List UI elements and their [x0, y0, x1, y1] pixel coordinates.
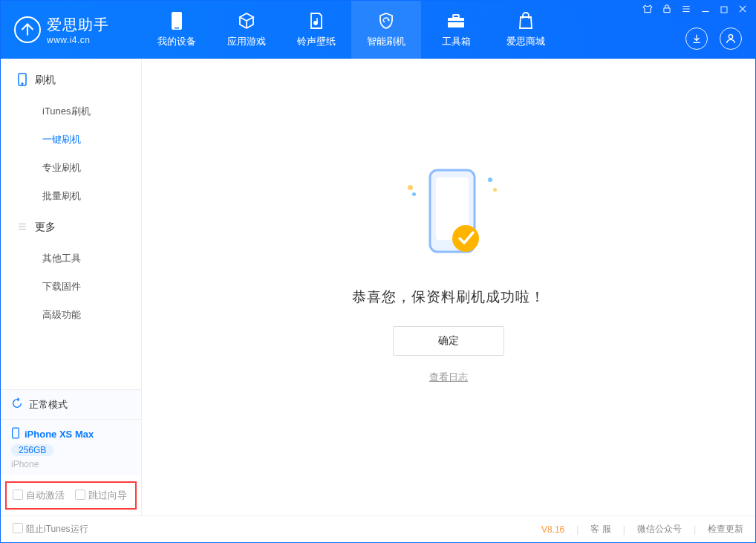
tab-smart-flash[interactable]: 智能刷机: [351, 1, 421, 59]
sidebar-item-pro-flash[interactable]: 专业刷机: [1, 154, 141, 182]
tab-label: 智能刷机: [367, 35, 405, 48]
app-name-cn: 爱思助手: [47, 15, 109, 35]
header: 爱思助手 www.i4.cn 我的设备 应用游戏 铃声壁: [1, 1, 755, 59]
bag-icon: [516, 11, 535, 30]
device-name: iPhone XS Max: [25, 429, 94, 440]
header-actions: [685, 27, 742, 50]
phone-icon: [167, 11, 186, 30]
tab-ringtones-wallpapers[interactable]: 铃声壁纸: [281, 1, 351, 59]
svg-rect-11: [13, 428, 19, 438]
tab-label: 我的设备: [157, 35, 196, 48]
checkbox-skip-guide[interactable]: 跳过向导: [75, 489, 127, 502]
svg-rect-4: [453, 15, 459, 18]
svg-rect-3: [448, 18, 464, 27]
checkbox-stop-itunes[interactable]: 阻止iTunes运行: [13, 523, 88, 536]
success-message: 恭喜您，保资料刷机成功啦！: [352, 287, 545, 307]
svg-rect-0: [172, 12, 182, 30]
logo-icon: [14, 16, 41, 43]
checkbox-auto-activate[interactable]: 自动激活: [13, 489, 65, 502]
highlighted-options: 自动激活 跳过向导: [5, 481, 137, 510]
tab-label: 铃声壁纸: [297, 35, 336, 48]
svg-point-2: [314, 22, 317, 25]
success-panel: 恭喜您，保资料刷机成功啦！ 确定 查看日志: [352, 163, 545, 384]
cube-icon: [237, 11, 256, 30]
sidebar-group-title: 更多: [35, 221, 56, 234]
tab-label: 爱思商城: [506, 35, 545, 48]
sidebar-item-label: 下载固件: [42, 280, 81, 293]
support-link[interactable]: 客 服: [590, 523, 610, 536]
window-controls: [642, 4, 748, 16]
sidebar: 刷机 iTunes刷机 一键刷机 专业刷机 批量刷机: [1, 59, 142, 516]
checkbox-icon: [13, 490, 23, 500]
mode-label: 正常模式: [29, 398, 68, 412]
sidebar-item-itunes-flash[interactable]: iTunes刷机: [1, 97, 141, 126]
download-button[interactable]: [685, 27, 708, 50]
view-log-link[interactable]: 查看日志: [429, 371, 468, 384]
sidebar-group-title: 刷机: [35, 74, 56, 87]
body: 刷机 iTunes刷机 一键刷机 专业刷机 批量刷机: [1, 59, 755, 516]
footer: 阻止iTunes运行 V8.16 | 客 服 | 微信公众号 | 检查更新: [1, 516, 755, 542]
sidebar-item-label: 高级功能: [42, 308, 81, 322]
list-icon: [17, 221, 27, 234]
checkbox-icon: [75, 490, 85, 500]
tab-toolbox[interactable]: 工具箱: [421, 1, 491, 59]
music-file-icon: [307, 11, 326, 30]
sidebar-item-oneclick-flash[interactable]: 一键刷机: [1, 126, 141, 154]
user-button[interactable]: [720, 27, 742, 50]
svg-rect-1: [175, 27, 179, 29]
tab-label: 工具箱: [442, 35, 471, 48]
storage-badge: 256GB: [11, 444, 53, 456]
checkbox-icon: [13, 523, 23, 533]
sidebar-list: 刷机 iTunes刷机 一键刷机 专业刷机 批量刷机: [1, 59, 141, 389]
tab-label: 应用游戏: [227, 35, 266, 48]
tab-my-device[interactable]: 我的设备: [142, 1, 212, 59]
close-icon[interactable]: [737, 4, 748, 16]
lock-icon[interactable]: [662, 4, 672, 16]
svg-point-10: [22, 82, 23, 84]
app-name-en: www.i4.cn: [47, 35, 109, 45]
device-panel[interactable]: iPhone XS Max 256GB iPhone: [1, 419, 141, 475]
wechat-link[interactable]: 微信公众号: [637, 523, 682, 536]
phone-success-illustration: [408, 163, 489, 267]
tab-store[interactable]: 爱思商城: [491, 1, 561, 59]
toolbox-icon: [446, 11, 466, 30]
nav-tabs: 我的设备 应用游戏 铃声壁纸 智能刷机: [142, 1, 561, 59]
sidebar-item-advanced[interactable]: 高级功能: [1, 301, 141, 329]
device-name-row: iPhone XS Max: [11, 427, 131, 441]
svg-point-14: [452, 225, 479, 252]
device-type: iPhone: [11, 459, 131, 469]
menu-icon[interactable]: [681, 4, 691, 16]
shield-sync-icon: [377, 11, 396, 30]
version-label: V8.16: [541, 524, 564, 535]
mode-panel[interactable]: 正常模式: [1, 389, 141, 419]
tab-apps-games[interactable]: 应用游戏: [212, 1, 281, 59]
ok-button[interactable]: 确定: [393, 326, 504, 356]
svg-point-8: [729, 35, 732, 39]
sidebar-group-more[interactable]: 更多: [1, 210, 141, 244]
sync-icon: [11, 397, 23, 412]
svg-rect-6: [664, 8, 670, 13]
sidebar-item-batch-flash[interactable]: 批量刷机: [1, 182, 141, 210]
sidebar-item-label: 专业刷机: [42, 161, 81, 175]
svg-rect-5: [448, 21, 464, 22]
maximize-icon[interactable]: [720, 4, 729, 16]
sidebar-group-flash[interactable]: 刷机: [1, 63, 141, 97]
content: 恭喜您，保资料刷机成功啦！ 确定 查看日志: [142, 59, 755, 516]
sidebar-item-download-firmware[interactable]: 下载固件: [1, 273, 141, 301]
sidebar-item-label: iTunes刷机: [42, 105, 91, 118]
shirt-icon[interactable]: [642, 4, 653, 16]
sidebar-item-label: 其他工具: [42, 252, 81, 265]
check-update-link[interactable]: 检查更新: [708, 523, 743, 536]
logo[interactable]: 爱思助手 www.i4.cn: [1, 15, 142, 45]
svg-rect-7: [721, 7, 727, 13]
app-window: 爱思助手 www.i4.cn 我的设备 应用游戏 铃声壁: [0, 0, 756, 543]
sidebar-item-label: 批量刷机: [42, 189, 81, 203]
device-icon: [17, 73, 27, 88]
sidebar-item-other-tools[interactable]: 其他工具: [1, 244, 141, 273]
sidebar-item-label: 一键刷机: [42, 133, 81, 146]
minimize-icon[interactable]: [700, 4, 711, 16]
phone-small-icon: [11, 427, 20, 441]
